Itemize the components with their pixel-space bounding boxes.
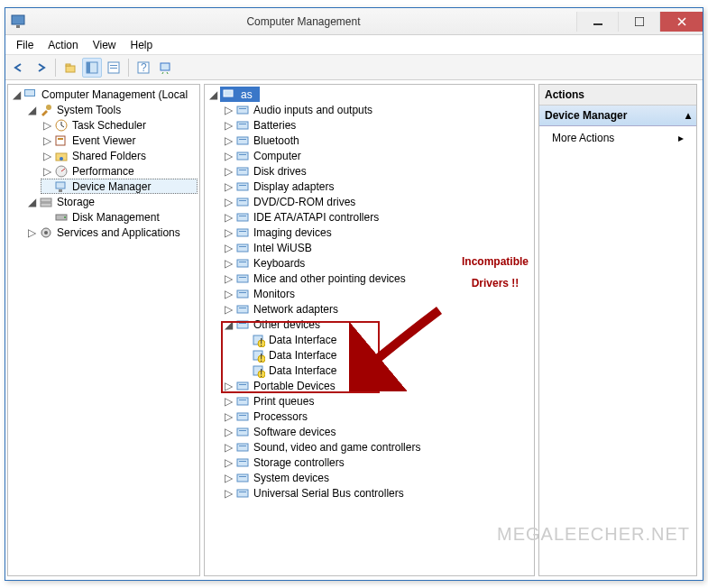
chevron-right-icon[interactable]: ▷ (224, 273, 234, 283)
chevron-right-icon[interactable]: ▷ (224, 166, 234, 176)
chevron-down-icon[interactable]: ◢ (27, 105, 37, 115)
nav-storage[interactable]: Storage (55, 196, 97, 208)
nav-shared-folders[interactable]: Shared Folders (70, 150, 148, 162)
svg-rect-80 (239, 446, 246, 446)
chevron-down-icon[interactable]: ◢ (224, 319, 234, 329)
chevron-right-icon[interactable]: ▷ (224, 473, 234, 482)
show-hide-tree-button[interactable] (82, 58, 102, 78)
perf-icon (54, 164, 69, 179)
device-category[interactable]: Bluetooth (252, 134, 301, 147)
help-button[interactable]: ? (133, 58, 153, 78)
nav-system-tools[interactable]: System Tools (55, 104, 123, 116)
device-category[interactable]: Storage controllers (252, 456, 346, 469)
chevron-down-icon[interactable]: ◢ (12, 89, 22, 99)
menu-file[interactable]: File (9, 37, 41, 53)
device-item[interactable]: Data Interface (267, 364, 338, 377)
chevron-down-icon[interactable]: ◢ (27, 197, 37, 207)
chevron-right-icon[interactable]: ▷ (224, 289, 234, 299)
minimize-button[interactable] (576, 12, 618, 32)
nav-disk-mgmt[interactable]: Disk Management (70, 211, 161, 224)
device-category[interactable]: Intel WiUSB (252, 242, 314, 254)
svg-rect-33 (239, 108, 246, 109)
chevron-right-icon[interactable]: ▷ (224, 381, 234, 390)
nav-services-apps[interactable]: Services and Applications (55, 226, 182, 239)
svg-rect-74 (239, 400, 246, 400)
device-category[interactable]: IDE ATA/ATAPI controllers (252, 211, 381, 224)
chevron-right-icon[interactable]: ▷ (224, 243, 234, 253)
chevron-right-icon[interactable]: ▷ (224, 304, 234, 314)
device-category[interactable]: Batteries (252, 119, 298, 132)
maximize-button[interactable] (618, 12, 659, 32)
device-category[interactable]: System devices (252, 472, 331, 484)
actions-subheader[interactable]: Device Manager ▴ (539, 106, 696, 126)
chevron-right-icon[interactable]: ▷ (224, 488, 234, 498)
device-category[interactable]: DVD/CD-ROM drives (252, 196, 357, 208)
device-category[interactable]: Sound, video and game controllers (252, 441, 422, 454)
chevron-down-icon[interactable]: ◢ (208, 89, 218, 99)
nav-root[interactable]: Computer Management (Local (40, 88, 189, 101)
nav-tree[interactable]: ◢ Computer Management (Local ◢ System To… (8, 85, 199, 242)
svg-rect-51 (239, 246, 246, 247)
device-category[interactable]: Computer (252, 150, 303, 162)
title-bar[interactable]: Computer Management (5, 8, 703, 35)
chevron-right-icon[interactable]: ▷ (224, 227, 234, 237)
svg-rect-26 (41, 203, 51, 207)
nav-event-viewer[interactable]: Event Viewer (70, 134, 137, 147)
device-item[interactable]: Data Interface (267, 349, 338, 362)
device-category[interactable]: Display adapters (252, 180, 336, 193)
svg-rect-58 (237, 306, 248, 313)
device-tree[interactable]: ◢ as ▷Audio inputs and outputs▷Batteries… (205, 85, 534, 502)
actions-more[interactable]: More Actions ▸ (539, 126, 696, 150)
chevron-right-icon[interactable]: ▷ (224, 212, 234, 222)
chevron-right-icon[interactable]: ▷ (42, 120, 52, 130)
nav-device-manager[interactable]: Device Manager (70, 180, 152, 193)
chevron-right-icon[interactable]: ▷ (224, 396, 234, 406)
nav-task-scheduler[interactable]: Task Scheduler (70, 119, 148, 132)
device-category[interactable]: Keyboards (252, 257, 307, 270)
chevron-right-icon[interactable]: ▷ (42, 135, 52, 145)
chevron-right-icon[interactable]: ▷ (224, 442, 234, 452)
properties-button[interactable] (104, 58, 124, 78)
chevron-right-icon[interactable]: ▷ (224, 120, 234, 130)
device-category[interactable]: Network adapters (252, 303, 340, 316)
menu-help[interactable]: Help (124, 37, 161, 53)
chevron-right-icon[interactable]: ▷ (224, 457, 234, 467)
device-category[interactable]: Imaging devices (252, 226, 334, 239)
device-category[interactable]: Monitors (252, 288, 297, 300)
device-item[interactable]: Data Interface (267, 334, 338, 346)
menu-view[interactable]: View (86, 37, 124, 53)
chevron-right-icon[interactable]: ▷ (224, 258, 234, 268)
device-category[interactable]: Disk drives (252, 165, 308, 178)
svg-rect-34 (237, 122, 248, 129)
svg-rect-46 (237, 214, 248, 221)
svg-rect-48 (237, 229, 248, 236)
device-category[interactable]: Print queues (252, 395, 316, 408)
chevron-right-icon[interactable]: ▷ (224, 411, 234, 421)
chevron-right-icon[interactable]: ▷ (224, 197, 234, 207)
menu-action[interactable]: Action (41, 37, 85, 53)
device-root[interactable]: as (239, 88, 254, 101)
refresh-button[interactable] (155, 58, 175, 78)
chevron-right-icon[interactable]: ▷ (224, 151, 234, 161)
svg-text:!: ! (260, 352, 262, 363)
close-button[interactable] (659, 12, 703, 32)
chevron-right-icon[interactable]: ▷ (224, 427, 234, 436)
chevron-right-icon[interactable]: ▷ (224, 135, 234, 145)
chevron-right-icon[interactable]: ▷ (224, 105, 234, 115)
device-category[interactable]: Portable Devices (252, 380, 337, 392)
back-button[interactable] (9, 58, 29, 78)
device-category[interactable]: Mice and other pointing devices (252, 272, 408, 285)
chevron-right-icon[interactable]: ▷ (42, 151, 52, 161)
forward-button[interactable] (31, 58, 51, 78)
device-category[interactable]: Software devices (252, 426, 337, 438)
nav-performance[interactable]: Performance (70, 165, 136, 178)
chevron-right-icon[interactable]: ▷ (42, 166, 52, 176)
up-button[interactable] (60, 58, 80, 78)
chevron-right-icon[interactable]: ▷ (224, 181, 234, 191)
device-category[interactable]: Audio inputs and outputs (252, 104, 374, 116)
device-category[interactable]: Universal Serial Bus controllers (252, 487, 406, 500)
device-category-other[interactable]: Other devices (252, 318, 322, 331)
category-icon (235, 103, 250, 117)
device-category[interactable]: Processors (252, 410, 309, 423)
chevron-right-icon[interactable]: ▷ (27, 227, 37, 237)
